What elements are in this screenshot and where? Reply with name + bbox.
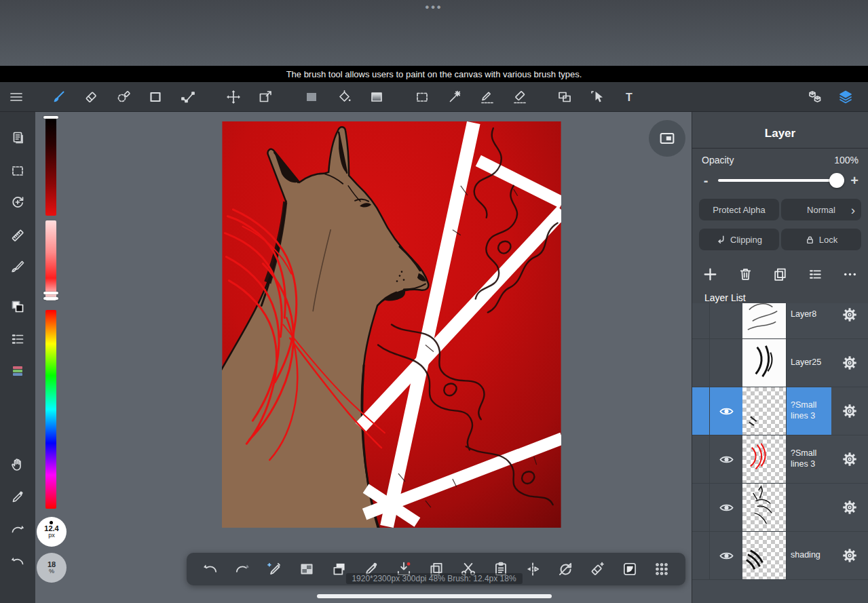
multitask-handle[interactable]: •••	[426, 1, 443, 14]
brush-opacity-badge[interactable]: 18 %	[37, 553, 67, 583]
layer-row[interactable]: ?Small lines 3	[692, 435, 868, 484]
marquee-select-icon[interactable]	[10, 163, 26, 179]
lock-icon	[805, 235, 815, 245]
gradient-tool-icon[interactable]	[369, 89, 385, 105]
blend-mode-label: Normal	[807, 205, 835, 215]
hue-color-bar[interactable]	[45, 310, 56, 509]
hand-tool-icon[interactable]	[10, 456, 26, 473]
polyline-tool-icon[interactable]	[180, 89, 196, 105]
layer-settings-gear-icon[interactable]	[841, 402, 858, 420]
divide-canvas-icon[interactable]	[556, 89, 573, 105]
layer-visibility-eye-icon[interactable]	[719, 500, 734, 516]
layer-visibility-eye-icon[interactable]	[719, 452, 734, 467]
eraser-icon[interactable]	[83, 89, 99, 105]
protect-alpha-button[interactable]: Protect Alpha	[699, 199, 779, 220]
material-3d-icon[interactable]	[807, 89, 823, 105]
lasso-eraser-icon[interactable]	[115, 89, 132, 105]
eyedropper-icon[interactable]	[10, 489, 26, 505]
blend-mode-button[interactable]: Normal›	[781, 199, 861, 220]
saturation-bar-handle[interactable]	[43, 297, 58, 300]
layer-visibility-cell[interactable]	[710, 339, 742, 387]
layer-visibility-eye-icon[interactable]	[719, 404, 734, 419]
layer-settings-gear-icon[interactable]	[841, 499, 858, 516]
rotate-canvas-icon[interactable]	[10, 194, 26, 210]
layer-row[interactable]: Layer8	[692, 303, 868, 339]
delete-layer-icon[interactable]	[737, 266, 754, 283]
layer-row[interactable]	[692, 484, 868, 532]
layer-gutter	[692, 532, 710, 579]
layer-thumbnail[interactable]	[742, 532, 787, 579]
stabilizer-brush-icon[interactable]	[266, 560, 284, 578]
transform-tool-icon[interactable]	[257, 89, 273, 105]
color-swatch-icon[interactable]	[10, 298, 26, 315]
lock-button[interactable]: Lock	[781, 229, 861, 250]
undo-icon[interactable]	[10, 553, 26, 570]
flip-horizontal-icon[interactable]	[524, 560, 542, 578]
text-tool-icon[interactable]: T	[621, 89, 637, 105]
screen-material-icon[interactable]	[621, 560, 639, 578]
move-tool-icon[interactable]	[225, 89, 242, 105]
value-bar-handle[interactable]	[43, 116, 58, 119]
select-rectangle-icon[interactable]	[414, 89, 430, 105]
saturation-bar-handle[interactable]	[43, 292, 58, 294]
select-eraser-icon[interactable]	[512, 89, 528, 105]
layer-gutter	[692, 303, 710, 338]
notification-text: The brush tool allows users to paint on …	[286, 69, 582, 79]
home-indicator[interactable]	[317, 594, 552, 598]
fill-rectangle-icon[interactable]	[303, 89, 320, 105]
select-cursor-icon[interactable]	[589, 89, 605, 105]
value-color-bar[interactable]	[45, 117, 56, 216]
layer-row-selected[interactable]: ?Small lines 3	[692, 387, 868, 435]
magic-wand-icon[interactable]	[447, 89, 463, 105]
menu-icon[interactable]	[8, 89, 24, 105]
more-options-icon[interactable]	[842, 266, 858, 283]
select-pen-icon[interactable]	[479, 89, 495, 105]
transparent-background-icon[interactable]	[298, 560, 316, 578]
layer-gutter	[692, 387, 710, 435]
layer-row[interactable]: shading	[692, 532, 868, 580]
layer-thumbnail[interactable]	[742, 484, 787, 531]
brush-size-badge[interactable]: 12.4 px	[37, 517, 67, 547]
navigator-button[interactable]	[649, 120, 685, 157]
layers-panel-icon[interactable]	[837, 89, 854, 105]
opacity-slider[interactable]	[718, 179, 842, 182]
clipping-button[interactable]: Clipping	[699, 229, 779, 250]
layer-thumbnail[interactable]	[742, 339, 787, 387]
brush-icon[interactable]	[50, 89, 67, 105]
grid-icon[interactable]	[653, 560, 671, 578]
layer-list-view-icon[interactable]	[807, 266, 824, 283]
layer-thumbnail[interactable]	[742, 435, 787, 483]
rotate-lock-icon[interactable]	[556, 560, 574, 578]
rectangle-tool-icon[interactable]	[147, 89, 164, 105]
notification-bar: The brush tool allows users to paint on …	[0, 66, 868, 82]
layer-settings-gear-icon[interactable]	[841, 450, 858, 468]
duplicate-layer-icon[interactable]	[772, 266, 789, 283]
canvas-status-text: 1920*2300px 300dpi 48% Brush: 12.4px 18%	[345, 573, 522, 584]
layer-settings-gear-icon[interactable]	[841, 306, 858, 324]
opacity-slider-knob[interactable]	[829, 173, 844, 188]
redo-icon[interactable]	[233, 560, 251, 578]
layer-thumbnail[interactable]	[742, 387, 787, 435]
palette-icon[interactable]	[10, 363, 26, 379]
opacity-plus-button[interactable]: +	[849, 173, 860, 189]
layer-settings-gear-icon[interactable]	[841, 547, 858, 564]
layer-settings-gear-icon[interactable]	[841, 354, 858, 372]
saturation-color-bar[interactable]	[45, 220, 56, 300]
redo-icon[interactable]	[10, 522, 26, 538]
brush-settings-icon[interactable]	[10, 331, 26, 347]
paint-bucket-icon[interactable]	[336, 89, 352, 105]
ruler-icon[interactable]	[10, 227, 26, 244]
undo-icon[interactable]	[202, 560, 219, 578]
clear-icon[interactable]	[588, 560, 606, 578]
layer-visibility-eye-icon[interactable]	[719, 548, 734, 564]
protect-alpha-label: Protect Alpha	[713, 205, 765, 215]
layer-visibility-cell[interactable]	[710, 303, 742, 338]
add-layer-icon[interactable]	[702, 266, 719, 283]
brush-material-icon[interactable]	[10, 258, 26, 275]
canvas-artwork[interactable]	[222, 121, 561, 528]
opacity-minus-button[interactable]: -	[700, 173, 711, 189]
layer-list-title: Layer List	[704, 292, 868, 303]
layer-row[interactable]: Layer25	[692, 339, 868, 387]
canvas-list-icon[interactable]	[10, 130, 26, 146]
layer-thumbnail[interactable]	[742, 303, 787, 338]
